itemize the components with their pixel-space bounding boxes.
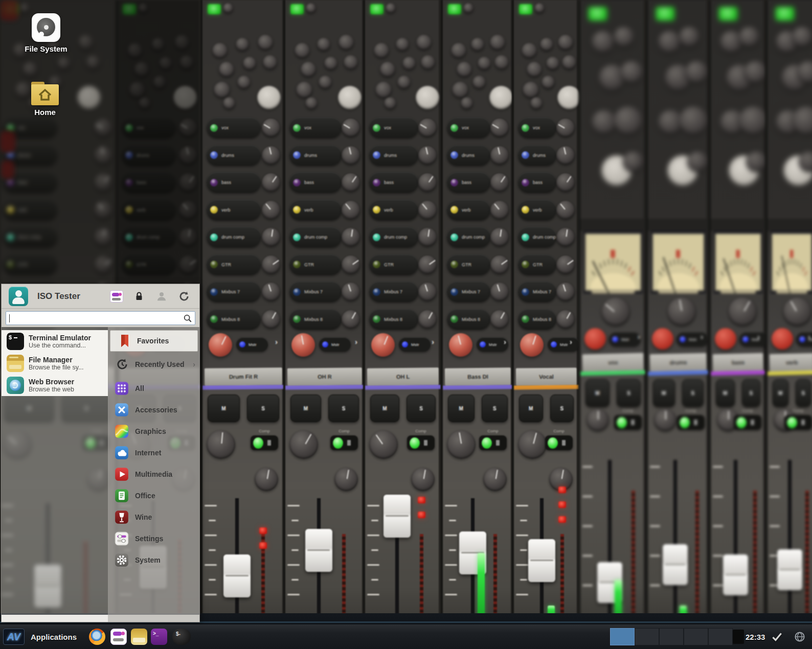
workspace-5[interactable] [708, 628, 733, 645]
mixer-knob [306, 3, 316, 13]
tray-dark-icon[interactable] [733, 630, 744, 644]
desktop-icon-file-system[interactable]: File System [14, 13, 78, 53]
send-label: GTR [533, 262, 543, 267]
mixer-knob [623, 151, 643, 172]
red-peak-led [418, 512, 425, 518]
fader-groove [779, 569, 800, 570]
menu-category-recently-used[interactable]: Recently Used› [108, 354, 199, 375]
network-globe-icon[interactable] [794, 631, 806, 645]
send-label: drum comp [221, 235, 244, 240]
knob-pointer [348, 284, 351, 291]
applications-menu-button[interactable]: AV Applications [3, 624, 77, 649]
send-button: GTR [447, 254, 490, 275]
knob-pointer [352, 312, 356, 319]
send-button: vox [518, 118, 556, 138]
fader-groove [665, 564, 686, 565]
send-color-led [450, 124, 458, 132]
send-label: drum comp [304, 235, 327, 240]
knob-pointer [221, 432, 223, 444]
terminal-launcher-icon[interactable]: >_ [151, 629, 167, 645]
knob-pointer [345, 204, 351, 210]
menu-category-internet[interactable]: Internet [108, 442, 199, 463]
menu-app-item-file-manager[interactable]: File ManagerBrowse the file sy... [2, 352, 108, 374]
clock[interactable]: 22:33 [746, 624, 765, 649]
console-red-button [1, 160, 14, 179]
notification-check-icon[interactable] [770, 630, 783, 645]
xterm-launcher-icon[interactable]: $- [172, 629, 191, 645]
file-manager-launcher-icon[interactable] [131, 629, 147, 645]
all-settings-button[interactable] [109, 289, 124, 304]
home-folder-icon [31, 82, 59, 105]
vu-meter-face [771, 231, 812, 293]
mixer-knob [418, 283, 437, 301]
send-color-led [210, 288, 218, 296]
desktop-icon-label: Home [13, 108, 77, 117]
settings-launcher-icon[interactable] [110, 629, 127, 645]
menu-category-accessories[interactable]: Accessories [108, 399, 199, 421]
expand-arrow: › [638, 332, 640, 341]
fader-tick [770, 525, 780, 527]
mixer-knob [620, 61, 643, 83]
workspace-4[interactable] [684, 628, 708, 645]
workspace-3[interactable] [659, 628, 684, 645]
mixer-knob [342, 228, 360, 246]
mixer-knob [324, 57, 337, 70]
lock-screen-button[interactable] [132, 289, 146, 304]
mute-button: M [585, 379, 610, 407]
workspace-1[interactable] [610, 628, 635, 645]
mixer-knob [418, 201, 437, 219]
menu-search-row [2, 309, 199, 327]
taskbar: AV Applications >_ $- 22:33 [0, 624, 812, 649]
pan-knob [449, 333, 472, 357]
search-input[interactable] [6, 312, 195, 324]
desktop-icon-home[interactable]: Home [13, 82, 77, 117]
send-color-led [522, 151, 529, 159]
mixer-knob [518, 430, 547, 459]
mixer-knob [667, 297, 696, 326]
send-color-led [293, 151, 301, 159]
mixer-knob [490, 201, 509, 219]
menu-category-system[interactable]: System [108, 549, 199, 571]
restart-button[interactable] [177, 289, 191, 304]
channel-on-led [290, 4, 304, 14]
knob-pointer [271, 229, 273, 237]
knob-pointer [264, 124, 270, 129]
menu-category-wine[interactable]: Wine [108, 506, 199, 528]
mixer-knob [490, 228, 509, 246]
menu-category-graphics[interactable]: Graphics [108, 421, 199, 442]
fader-handle [528, 539, 555, 582]
av-linux-logo-icon: AV [3, 629, 25, 645]
channel-name-bar: Bass DI [445, 367, 511, 385]
firefox-launcher-icon[interactable] [89, 629, 105, 645]
knob-pointer [428, 312, 433, 319]
menu-category-office[interactable]: Office [108, 485, 199, 506]
mixer-knob [679, 106, 708, 135]
mixer-knob [557, 86, 581, 109]
master-label: Mstr [331, 342, 340, 347]
menu-category-all[interactable]: All [108, 378, 199, 399]
workspace-2[interactable] [635, 628, 659, 645]
mixer-knob [421, 55, 435, 69]
app-item-text: Terminal EmulatorUse the command... [29, 334, 91, 349]
mixer-knob [471, 38, 484, 51]
category-label: Wine [135, 513, 152, 521]
mixer-knob [289, 430, 318, 459]
mixer-knob [402, 57, 416, 70]
mixer-knob [447, 430, 476, 459]
mixer-knob [556, 228, 575, 246]
menu-app-item-web-browser[interactable]: Web BrowserBrowse the web [2, 374, 108, 396]
mixer-knob [739, 27, 759, 47]
app-item-name: File Manager [29, 356, 83, 364]
send-button: bass [289, 172, 342, 193]
menu-username: ISO Tester [37, 291, 109, 302]
comp-green-led [410, 437, 420, 449]
menu-app-item-terminal-emulator[interactable]: $Terminal EmulatorUse the command... [2, 330, 108, 352]
menu-category-favorites[interactable]: Favorites [110, 330, 198, 352]
send-button: Mixbus 7 [207, 282, 261, 302]
switch-user-button[interactable] [154, 289, 169, 304]
menu-category-settings[interactable]: Settings [108, 528, 199, 549]
eq-knob-field [768, 0, 812, 220]
send-button: drum comp [207, 227, 261, 247]
menu-category-multimedia[interactable]: Multimedia [108, 463, 199, 485]
category-label: Recently Used [135, 360, 184, 368]
